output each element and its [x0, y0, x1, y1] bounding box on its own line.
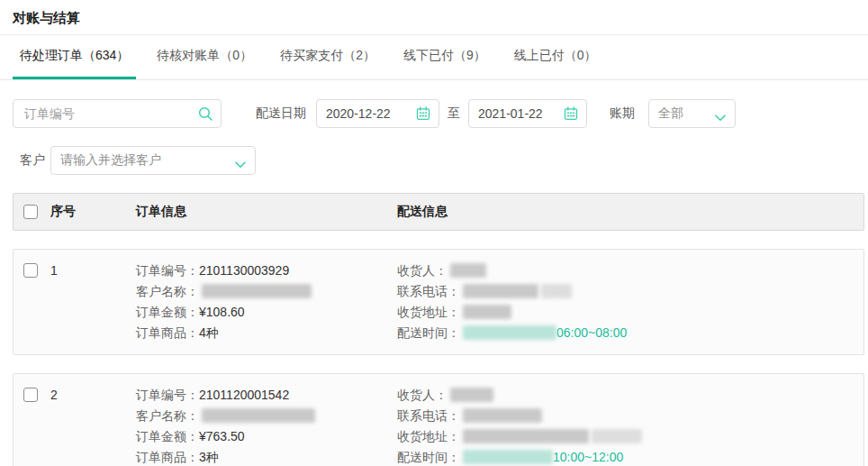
tab-label: 线上已付（0）	[514, 48, 597, 64]
order-goods-label: 订单商品：	[136, 325, 199, 340]
order-amount-value: ¥763.50	[199, 429, 245, 443]
order-goods-label: 订单商品：	[136, 450, 199, 464]
chevron-down-icon	[235, 157, 246, 164]
table-row: 2 订单编号：2101120001542 客户名称： 订单金额：¥763.50 …	[13, 373, 864, 466]
row-checkbox[interactable]	[23, 388, 38, 402]
date-to-input[interactable]: 2021-01-22	[468, 99, 587, 128]
delivery-time-redacted	[463, 325, 556, 340]
phone-redacted	[463, 408, 542, 423]
delivery-time-label: 配送时间：	[397, 450, 460, 464]
receiver-label: 收货人：	[397, 388, 448, 402]
order-search-input[interactable]	[13, 99, 222, 128]
orders-table: 序号 订单信息 配送信息 1 订单编号：2101130003929 客户名称： …	[13, 193, 864, 466]
phone-label: 联系电话：	[397, 408, 460, 423]
tab-label: 线下已付（9）	[403, 48, 486, 64]
customer-label: 客户	[20, 152, 45, 169]
customer-name-redacted	[202, 408, 315, 423]
order-amount-value: ¥108.60	[199, 305, 245, 319]
column-header-delivery-info: 配送信息	[397, 204, 863, 220]
order-search-box	[13, 99, 222, 128]
tab-bar: 待处理订单（634） 待核对账单（0） 待买家支付（2） 线下已付（9） 线上已…	[0, 35, 868, 80]
select-all-checkbox[interactable]	[23, 205, 38, 219]
date-range-separator: 至	[448, 105, 460, 122]
order-amount-label: 订单金额：	[136, 429, 199, 443]
order-info-cell: 订单编号：2101130003929 客户名称： 订单金额：¥108.60 订单…	[136, 260, 397, 343]
customer-name-label: 客户名称：	[136, 408, 199, 423]
delivery-time-value: 06:00~08:00	[556, 325, 627, 340]
phone-label: 联系电话：	[397, 284, 460, 298]
search-icon[interactable]	[197, 105, 213, 122]
order-no-value: 2101120001542	[199, 388, 289, 402]
delivery-info-cell: 收货人： 联系电话： 收货地址： 配送时间：10:00~12:00	[397, 385, 863, 466]
order-no-label: 订单编号：	[136, 388, 199, 402]
filter-row-2: 客户 请输入并选择客户	[13, 146, 855, 175]
address-redacted	[463, 429, 589, 443]
receiver-redacted	[450, 388, 493, 402]
table-header: 序号 订单信息 配送信息	[13, 193, 864, 231]
date-to-value: 2021-01-22	[478, 106, 543, 121]
delivery-info-cell: 收货人： 联系电话： 收货地址： 配送时间：06:00~08:00	[397, 260, 863, 343]
order-goods-value: 3种	[199, 450, 219, 464]
tab-offline-paid[interactable]: 线下已付（9）	[396, 35, 493, 79]
reconciliation-settlement-page: 对账与结算 待处理订单（634） 待核对账单（0） 待买家支付（2） 线下已付（…	[0, 0, 868, 466]
customer-select[interactable]: 请输入并选择客户	[50, 146, 256, 175]
calendar-icon	[564, 106, 578, 121]
row-index: 1	[50, 260, 136, 281]
tab-label: 待核对账单（0）	[157, 48, 252, 64]
order-no-value: 2101130003929	[199, 263, 289, 278]
delivery-time-value: 10:00~12:00	[553, 450, 623, 464]
address-label: 收货地址：	[397, 429, 460, 443]
delivery-date-label: 配送日期	[256, 105, 306, 122]
date-from-value: 2020-12-22	[326, 106, 391, 121]
tab-pending-orders[interactable]: 待处理订单（634）	[13, 35, 136, 79]
tab-pending-statements[interactable]: 待核对账单（0）	[149, 35, 259, 79]
chevron-down-icon	[715, 110, 726, 117]
column-header-order-info: 订单信息	[136, 204, 397, 220]
table-row: 1 订单编号：2101130003929 客户名称： 订单金额：¥108.60 …	[13, 249, 864, 355]
filter-row-1: 配送日期 2020-12-22 至 2021-01-22	[13, 99, 855, 128]
order-info-cell: 订单编号：2101120001542 客户名称： 订单金额：¥763.50 订单…	[136, 385, 397, 466]
page-header: 对账与结算	[0, 0, 868, 35]
receiver-label: 收货人：	[397, 263, 448, 278]
customer-name-label: 客户名称：	[136, 284, 199, 298]
order-amount-label: 订单金额：	[136, 305, 199, 319]
tab-online-paid[interactable]: 线上已付（0）	[507, 35, 604, 79]
billing-period-select[interactable]: 全部	[648, 99, 736, 128]
customer-select-placeholder: 请输入并选择客户	[60, 152, 161, 169]
address-redacted	[463, 305, 511, 319]
delivery-time-label: 配送时间：	[397, 325, 460, 340]
calendar-icon	[416, 106, 430, 121]
filter-panel: 配送日期 2020-12-22 至 2021-01-22	[0, 80, 868, 175]
phone-redacted	[463, 284, 538, 298]
order-no-label: 订单编号：	[136, 263, 199, 278]
column-header-index: 序号	[50, 204, 136, 220]
order-goods-value: 4种	[199, 325, 219, 340]
tab-label: 待买家支付（2）	[280, 48, 375, 64]
tab-label: 待处理订单（634）	[20, 48, 129, 64]
date-from-input[interactable]: 2020-12-22	[316, 99, 439, 128]
billing-period-label: 账期	[610, 105, 635, 122]
phone-redacted	[541, 284, 572, 298]
customer-name-redacted	[202, 284, 312, 298]
tab-awaiting-buyer-payment[interactable]: 待买家支付（2）	[273, 35, 383, 79]
receiver-redacted	[450, 263, 486, 278]
delivery-time-redacted	[463, 450, 553, 464]
address-label: 收货地址：	[397, 305, 460, 319]
page-title: 对账与结算	[13, 10, 855, 27]
row-index: 2	[50, 385, 136, 406]
row-checkbox[interactable]	[23, 263, 38, 278]
address-redacted	[592, 429, 642, 443]
billing-period-value: 全部	[658, 105, 683, 122]
